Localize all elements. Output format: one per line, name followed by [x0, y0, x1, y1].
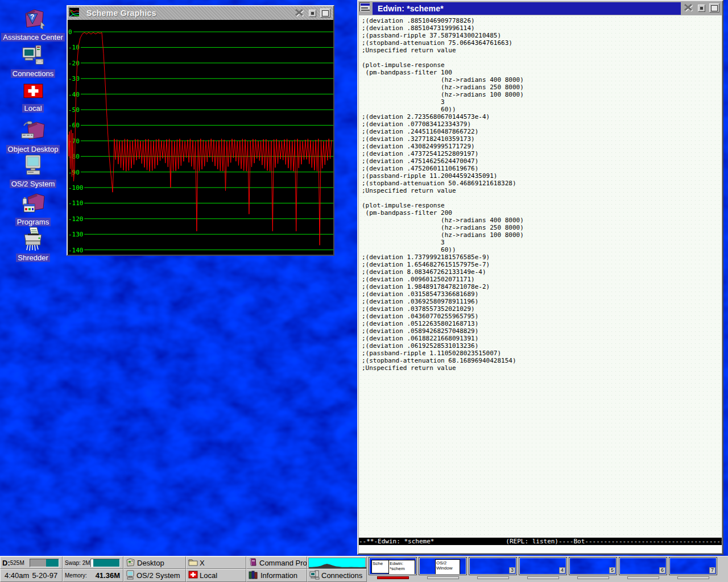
desktop-icon-shredder[interactable]: Shredder: [1, 226, 65, 263]
clock[interactable]: 4:40am 5-20-97: [0, 569, 63, 582]
svg-text:-30: -30: [68, 75, 80, 82]
taskbar-button-os2-system[interactable]: OS/2 System: [126, 569, 184, 581]
pager-cell-number: 4: [559, 567, 565, 573]
maximize-icon: [322, 10, 329, 16]
svg-text:-20: -20: [68, 60, 80, 67]
pager-miniwindow[interactable]: Sche: [371, 560, 389, 573]
pager-activity-bar: [627, 576, 659, 579]
desktop-icon-label: Object Desktop: [6, 145, 60, 153]
scheme-graphics-titlebar[interactable]: Scheme Graphics: [68, 6, 333, 20]
taskbar-button-label: Local: [200, 571, 217, 580]
pager-desktop-preview[interactable]: 7: [669, 558, 717, 575]
taskbar-button-desktop[interactable]: Desktop: [126, 557, 184, 568]
desktop-icon-os2-system[interactable]: OS/2 System: [1, 153, 65, 189]
svg-text:-50: -50: [68, 106, 80, 114]
clock-time: 4:40am: [5, 571, 29, 580]
edwin-echo-area[interactable]: [359, 545, 722, 553]
virtual-desktop-pager: ScheEdwin: *schemOS/2 Window34567: [367, 556, 728, 582]
desktop-icon-local-flag[interactable]: Local: [1, 81, 65, 113]
pager-cell-4[interactable]: 4: [519, 558, 566, 582]
pager-desktop-preview[interactable]: 4: [519, 558, 566, 575]
desktop-icon-label: Assistance Center: [1, 33, 65, 41]
books-icon: [249, 570, 259, 581]
drive-value: 525M: [10, 560, 24, 566]
svg-text:-60: -60: [68, 122, 80, 129]
minimize-button[interactable]: [309, 10, 316, 17]
pager-desktop-preview[interactable]: 3: [469, 558, 516, 575]
computer-icon: [309, 570, 320, 581]
svg-text:?: ?: [30, 13, 34, 21]
swiss-flag-icon: [188, 571, 198, 580]
pager-cell-number: 3: [509, 567, 515, 573]
taskbar-button-information[interactable]: Information: [249, 569, 305, 581]
pager-cell-7[interactable]: 7: [669, 558, 717, 582]
pager-activity-bar: [477, 576, 509, 579]
desktop: ?Assistance CenterConnectionsLocalObject…: [0, 0, 728, 556]
pager-desktop-preview[interactable]: 5: [569, 558, 617, 575]
taskbar-button-label: Desktop: [137, 559, 164, 567]
desktop-icon-label: Shredder: [16, 253, 49, 262]
memory-label: Memory:: [65, 572, 87, 579]
svg-text:-120: -120: [68, 215, 84, 223]
swap-value: 2M: [82, 560, 90, 566]
pager-cell-3[interactable]: 3: [469, 558, 516, 582]
pager-cell-number: 6: [659, 567, 665, 573]
minimize-icon: [311, 12, 314, 15]
folder-icon: [188, 558, 198, 568]
edwin-titlebar[interactable]: Edwin: *scheme*: [358, 1, 722, 15]
drive-usage-gauge: [30, 559, 59, 567]
svg-text:-110: -110: [68, 199, 84, 207]
programs-icon: [20, 190, 46, 217]
desktop-icon: [126, 558, 135, 568]
os2-system-icon: [126, 570, 135, 581]
pager-cell-2[interactable]: OS/2 Window: [419, 558, 466, 582]
pager-activity-bar: [427, 576, 459, 579]
memory-value: 41.36M: [96, 571, 120, 580]
maximize-button[interactable]: [709, 3, 719, 13]
pager-activity-bar: [377, 576, 409, 579]
close-button[interactable]: [295, 9, 305, 18]
desktop-icon-assistance-center[interactable]: ?Assistance Center: [1, 5, 65, 42]
local-flag-icon: [20, 81, 46, 103]
desktop-icon-connections[interactable]: Connections: [1, 43, 65, 78]
memory-indicator: Memory: 41.36M: [63, 569, 123, 582]
desktop-icon-object-desktop[interactable]: Object Desktop: [1, 117, 65, 154]
clock-date: 5-20-97: [32, 571, 57, 580]
edwin-text-area[interactable]: ;(deviation .8851046909778826) ;(deviati…: [359, 15, 722, 553]
desktop-icon-label: Programs: [15, 218, 51, 226]
edwin-window: Edwin: *scheme* ;(deviation .88510469097…: [357, 0, 723, 555]
taskbar-button-command-pro[interactable]: Command Pro: [249, 557, 305, 568]
edwin-window-menu[interactable]: [359, 2, 372, 14]
pager-desktop-preview[interactable]: 6: [619, 558, 667, 575]
pager-miniwindow[interactable]: Edwin: *schem: [388, 560, 415, 575]
scheme-graphics-window-menu[interactable]: [69, 7, 81, 19]
pager-cell-6[interactable]: 6: [619, 558, 667, 582]
pager-miniwindow[interactable]: OS/2 Window: [435, 559, 460, 575]
svg-text:-140: -140: [68, 247, 84, 254]
pager-desktop-preview[interactable]: ScheEdwin: *schem: [369, 558, 416, 575]
close-button[interactable]: [684, 3, 694, 13]
pager-cell-number: 5: [609, 567, 615, 573]
filter-response-plot: 0-10-20-30-40-50-60-70-80-90-100-110-120…: [68, 20, 333, 255]
svg-text:-130: -130: [68, 231, 84, 238]
taskbar-button-x[interactable]: X: [188, 557, 244, 568]
taskbar-button-label: Command Pro: [259, 559, 307, 567]
editor-icon: [359, 2, 370, 11]
drive-label: D:: [2, 559, 10, 567]
taskbar-button-label: X: [200, 559, 205, 567]
desktop-icon-programs[interactable]: Programs: [1, 190, 65, 227]
minimize-button[interactable]: [698, 5, 705, 12]
taskbar-button-label: OS/2 System: [136, 571, 180, 580]
drive-space-indicator: D: 525M: [0, 556, 63, 569]
pager-cell-1[interactable]: ScheEdwin: *schem: [369, 558, 416, 582]
maximize-button[interactable]: [320, 9, 330, 18]
pager-desktop-preview[interactable]: OS/2 Window: [419, 558, 466, 575]
taskbar-button-connections[interactable]: Connections: [309, 569, 365, 581]
scheme-window-title: Scheme Graphics: [82, 9, 156, 18]
edwin-window-title: Edwin: *scheme*: [373, 2, 681, 15]
repl-output: ;(deviation .8851046909778826) ;(deviati…: [359, 15, 722, 372]
pager-cell-5[interactable]: 5: [569, 558, 617, 582]
mini-plot-icon: [69, 7, 79, 16]
os2-system-icon: [20, 153, 46, 178]
taskbar-button-local[interactable]: Local: [188, 569, 244, 581]
